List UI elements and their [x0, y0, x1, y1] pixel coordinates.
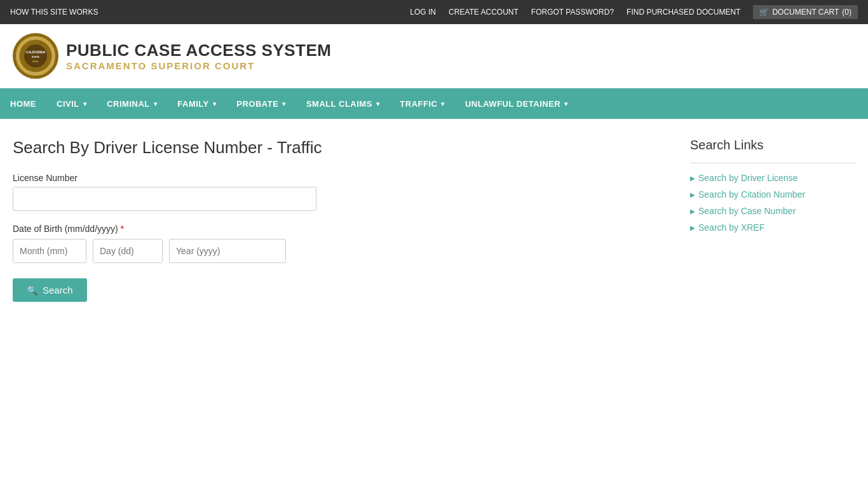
site-title: PUBLIC CASE ACCESS SYSTEM — [66, 41, 331, 60]
search-button[interactable]: 🔍 Search — [13, 278, 87, 302]
find-document-link[interactable]: FIND PURCHASED DOCUMENT — [627, 8, 740, 17]
arrow-icon: ▶ — [690, 175, 695, 182]
nav-home[interactable]: HOME — [0, 88, 46, 119]
form-section: Search By Driver License Number - Traffi… — [13, 138, 665, 302]
probate-arrow: ▾ — [282, 100, 286, 107]
how-it-works-link[interactable]: HOW THIS SITE WORKS — [10, 8, 98, 17]
civil-arrow: ▾ — [83, 100, 87, 107]
top-bar: HOW THIS SITE WORKS LOG IN CREATE ACCOUN… — [0, 0, 868, 24]
required-indicator: * — [118, 224, 124, 234]
dob-fields — [13, 239, 665, 263]
arrow-icon: ▶ — [690, 191, 695, 198]
cart-count: (0) — [842, 8, 851, 17]
license-number-input[interactable] — [13, 187, 316, 211]
cart-label: DOCUMENT CART — [772, 8, 839, 17]
header-text: PUBLIC CASE ACCESS SYSTEM SACRAMENTO SUP… — [66, 41, 331, 71]
list-item: ▶ Search by Citation Number — [690, 186, 855, 203]
nav-traffic[interactable]: TRAFFIC ▾ — [390, 88, 455, 119]
search-by-driver-license-link[interactable]: Search by Driver License — [698, 173, 797, 183]
create-account-link[interactable]: CREATE ACCOUNT — [449, 8, 519, 17]
search-by-xref-link[interactable]: Search by XREF — [698, 222, 764, 233]
document-cart-link[interactable]: 🛒 DOCUMENT CART (0) — [753, 5, 858, 19]
dob-month-input[interactable] — [13, 239, 86, 263]
court-seal: CALIFORNIA STATE SEAL — [13, 33, 58, 79]
family-arrow: ▾ — [213, 100, 217, 107]
nav-criminal[interactable]: CRIMINAL ▾ — [97, 88, 167, 119]
sidebar-link-list: ▶ Search by Driver License ▶ Search by C… — [690, 163, 855, 236]
nav-civil[interactable]: CIVIL ▾ — [46, 88, 97, 119]
nav-family[interactable]: FAMILY ▾ — [167, 88, 226, 119]
list-item: ▶ Search by Driver License — [690, 170, 855, 186]
nav-unlawful-detainer[interactable]: UNLAWFUL DETAINER ▾ — [455, 88, 578, 119]
dob-label: Date of Birth (mm/dd/yyyy) * — [13, 224, 665, 234]
sidebar-title: Search Links — [690, 138, 855, 152]
svg-text:STATE: STATE — [32, 55, 40, 58]
search-links-sidebar: Search Links ▶ Search by Driver License … — [690, 138, 855, 302]
small-claims-arrow: ▾ — [376, 100, 380, 107]
header-logo: CALIFORNIA STATE SEAL PUBLIC CASE ACCESS… — [13, 33, 331, 79]
license-label: License Number — [13, 173, 665, 183]
svg-text:SEAL: SEAL — [32, 60, 39, 63]
cart-icon: 🛒 — [759, 8, 769, 17]
traffic-arrow: ▾ — [441, 100, 445, 107]
search-by-citation-link[interactable]: Search by Citation Number — [698, 189, 805, 200]
top-bar-right: LOG IN CREATE ACCOUNT FORGOT PASSWORD? F… — [410, 5, 858, 19]
svg-text:CALIFORNIA: CALIFORNIA — [26, 50, 46, 54]
main-content: Search By Driver License Number - Traffi… — [0, 119, 868, 321]
list-item: ▶ Search by XREF — [690, 219, 855, 236]
top-bar-left: HOW THIS SITE WORKS — [10, 8, 98, 17]
list-item: ▶ Search by Case Number — [690, 203, 855, 219]
main-nav: HOME CIVIL ▾ CRIMINAL ▾ FAMILY ▾ PROBATE… — [0, 88, 868, 119]
court-name: SACRAMENTO SUPERIOR COURT — [66, 60, 331, 71]
search-icon: 🔍 — [27, 285, 37, 295]
criminal-arrow: ▾ — [154, 100, 158, 107]
unlawful-detainer-arrow: ▾ — [564, 100, 568, 107]
search-by-case-number-link[interactable]: Search by Case Number — [698, 206, 796, 216]
arrow-icon: ▶ — [690, 208, 695, 215]
site-header: CALIFORNIA STATE SEAL PUBLIC CASE ACCESS… — [0, 24, 868, 88]
login-link[interactable]: LOG IN — [410, 8, 436, 17]
page-title: Search By Driver License Number - Traffi… — [13, 138, 665, 158]
dob-year-input[interactable] — [169, 239, 286, 263]
nav-probate[interactable]: PROBATE ▾ — [226, 88, 296, 119]
forgot-password-link[interactable]: FORGOT PASSWORD? — [531, 8, 614, 17]
arrow-icon: ▶ — [690, 224, 695, 231]
nav-small-claims[interactable]: SMALL CLAIMS ▾ — [296, 88, 390, 119]
dob-day-input[interactable] — [93, 239, 163, 263]
